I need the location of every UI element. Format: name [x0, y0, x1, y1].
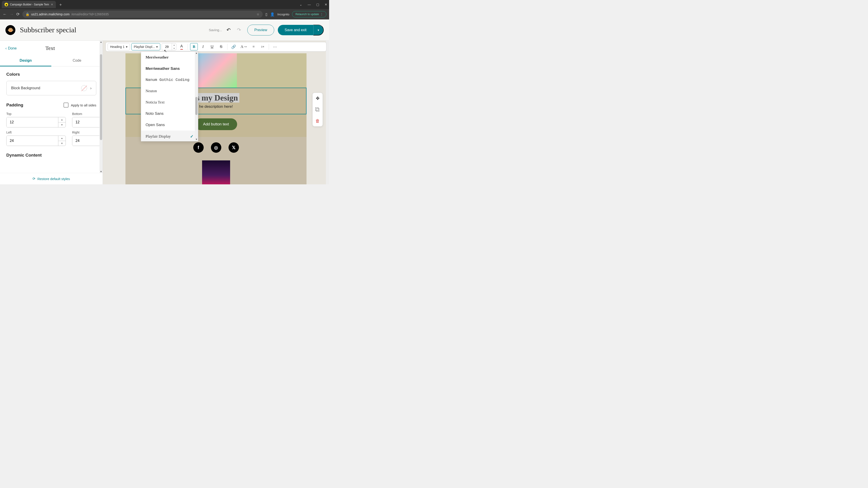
heading-text-selected[interactable]: is my Design: [193, 93, 239, 103]
numbered-list-icon[interactable]: 1≡: [259, 43, 267, 51]
canvas-scrollbar[interactable]: [326, 41, 329, 184]
image-block[interactable]: [125, 158, 307, 184]
chevron-left-icon: ‹: [5, 46, 6, 51]
font-option[interactable]: Open Sans: [141, 119, 198, 131]
panel-title: Text: [45, 45, 55, 51]
dropdown-scrollbar[interactable]: ▲ ▼: [195, 52, 198, 141]
padding-top-label: Top: [6, 112, 66, 116]
font-option[interactable]: Noto Sans: [141, 108, 198, 119]
bold-icon[interactable]: B: [190, 43, 198, 51]
save-dropdown-button[interactable]: ▾: [313, 25, 324, 35]
font-option[interactable]: Merriweather: [141, 52, 198, 63]
mailchimp-logo-icon[interactable]: 🐵: [5, 25, 16, 35]
scroll-up-icon[interactable]: ▲: [99, 41, 103, 44]
app-header: 🐵 Subbscriber special Saving... ↶ ↷ Prev…: [0, 20, 329, 41]
url-field[interactable]: 🔒 us21.admin.mailchimp.com/email/editor?…: [22, 11, 263, 18]
padding-section-title: Padding: [6, 103, 23, 107]
block-floating-tools: ✥ ⿻ 🗑: [312, 93, 323, 127]
text-style-icon[interactable]: A+▾: [239, 43, 248, 51]
link-icon[interactable]: 🔗: [230, 43, 237, 51]
block-background-row[interactable]: Block Background ›: [6, 81, 96, 95]
back-icon[interactable]: ←: [3, 12, 7, 17]
tab-search-icon[interactable]: ⌄: [300, 3, 302, 6]
padding-top-input[interactable]: ▲▼: [6, 117, 66, 127]
instagram-icon[interactable]: ◎: [211, 142, 221, 153]
chevron-down-icon: ▾: [156, 45, 158, 48]
tab-code[interactable]: Code: [51, 55, 103, 66]
strikethrough-icon[interactable]: S: [217, 43, 225, 51]
italic-icon[interactable]: I: [199, 43, 207, 51]
colors-section-title: Colors: [6, 72, 96, 77]
browser-tab[interactable]: ◉ Campaign Builder - Sample Tem ✕: [2, 1, 56, 8]
scroll-up-icon[interactable]: ▲: [195, 52, 198, 55]
step-down-icon[interactable]: ▼: [58, 141, 66, 146]
font-option[interactable]: Noticia Text: [141, 97, 198, 108]
step-down-icon[interactable]: ▼: [172, 47, 176, 50]
duplicate-icon[interactable]: ⿻: [314, 106, 321, 113]
color-swatch[interactable]: [81, 85, 87, 91]
reader-icon[interactable]: ▯: [266, 12, 268, 17]
heading-select[interactable]: Heading 1▾: [107, 43, 130, 51]
font-family-select[interactable]: Playfair Displ...▾: [131, 43, 160, 51]
save-and-exit-button[interactable]: Save and exit: [278, 25, 313, 35]
browser-tabstrip: ◉ Campaign Builder - Sample Tem ✕ ＋ ⌄ — …: [0, 0, 329, 9]
padding-left-input[interactable]: ▲▼: [6, 135, 66, 146]
font-option[interactable]: Playfair Display✓: [141, 131, 198, 141]
minimize-icon[interactable]: —: [308, 3, 311, 6]
more-options-icon[interactable]: ⋯: [271, 43, 279, 51]
padding-right-input[interactable]: ▲▼: [72, 135, 103, 146]
tab-design[interactable]: Design: [0, 55, 51, 66]
text-toolbar: Heading 1▾ Playfair Displ...▾ ▲▼ A B I U…: [105, 42, 327, 52]
restore-default-styles-button[interactable]: ⟳ Restore default styles: [0, 173, 103, 184]
padding-right-label: Right: [72, 131, 103, 134]
font-family-dropdown: MerriweatherMerriweather SansNanum Gothi…: [141, 52, 198, 141]
step-up-icon[interactable]: ▲: [172, 43, 176, 47]
tab-title: Campaign Builder - Sample Tem: [10, 3, 49, 6]
text-color-icon[interactable]: A: [178, 43, 185, 51]
footer-image[interactable]: [202, 160, 230, 184]
done-button[interactable]: ‹Done: [5, 46, 17, 51]
step-up-icon[interactable]: ▲: [58, 117, 66, 123]
padding-grid: Top ▲▼ Bottom ▲▼ Left ▲▼ Right ▲▼: [6, 112, 96, 146]
apply-all-sides-checkbox[interactable]: [64, 103, 68, 107]
sidebar-tabs: Design Code: [0, 55, 103, 66]
reload-icon[interactable]: ⟳: [16, 12, 20, 17]
step-up-icon[interactable]: ▲: [58, 136, 66, 141]
preview-button[interactable]: Preview: [247, 25, 274, 35]
address-bar: ← → ⟳ 🔒 us21.admin.mailchimp.com/email/e…: [0, 9, 329, 20]
move-icon[interactable]: ✥: [314, 95, 321, 102]
bookmark-icon[interactable]: ☆: [256, 12, 259, 16]
underline-icon[interactable]: U: [208, 43, 216, 51]
main-layout: ‹Done Text Design Code Colors Block Back…: [0, 41, 329, 184]
scroll-thumb[interactable]: [195, 97, 197, 115]
delete-icon[interactable]: 🗑: [314, 117, 321, 125]
cta-button[interactable]: Add button text: [195, 119, 237, 130]
relaunch-button[interactable]: Relaunch to update⋮: [292, 11, 327, 18]
step-down-icon[interactable]: ▼: [58, 123, 66, 127]
scroll-down-icon[interactable]: ▼: [195, 138, 198, 141]
undo-icon[interactable]: ↶: [226, 27, 230, 33]
font-size-input[interactable]: ▲▼: [162, 43, 176, 51]
sidebar-scrollbar[interactable]: ▲ ▼: [99, 41, 103, 173]
incognito-label: Incognito: [277, 13, 289, 16]
facebook-icon[interactable]: f: [193, 142, 204, 153]
close-window-icon[interactable]: ✕: [324, 3, 327, 6]
block-background-label: Block Background: [11, 86, 40, 90]
bullet-list-icon[interactable]: ≡: [250, 43, 257, 51]
font-option[interactable]: Merriweather Sans: [141, 63, 198, 74]
padding-bottom-input[interactable]: ▲▼: [72, 117, 103, 127]
font-option[interactable]: Neuton: [141, 86, 198, 97]
font-option[interactable]: Nanum Gothic Coding: [141, 74, 198, 86]
campaign-title[interactable]: Subbscriber special: [20, 26, 76, 34]
dynamic-content-title: Dynamic Content: [6, 153, 96, 158]
maximize-icon[interactable]: ▢: [316, 3, 319, 6]
new-tab-button[interactable]: ＋: [59, 2, 63, 7]
close-tab-icon[interactable]: ✕: [51, 3, 53, 6]
hero-image[interactable]: [195, 53, 237, 88]
properties-sidebar: ‹Done Text Design Code Colors Block Back…: [0, 41, 103, 184]
incognito-icon: 👤: [270, 12, 275, 17]
x-twitter-icon[interactable]: 𝕏: [228, 142, 239, 153]
site-favicon: ◉: [4, 3, 8, 6]
saving-status: Saving...: [209, 28, 222, 32]
scroll-thumb[interactable]: [100, 54, 102, 140]
